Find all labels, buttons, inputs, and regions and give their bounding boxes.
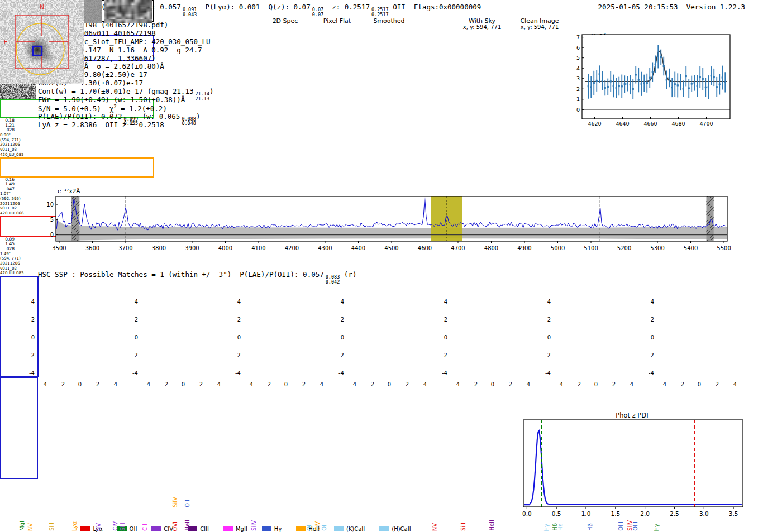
cutout-xtick: 0 xyxy=(383,381,395,387)
spec2d-row-left-label: 0.16 1.49 047 xyxy=(0,178,15,192)
cutout-ytick: 0 xyxy=(538,334,551,341)
cutout-ytick: 4 xyxy=(332,299,344,305)
spectrum-plot: 0510350036003700380039004000410042004300… xyxy=(42,155,735,267)
legend-swatch xyxy=(188,526,197,531)
withsky-coords: x, y: 594, 771 xyxy=(454,24,510,30)
svg-text:5: 5 xyxy=(576,55,580,61)
cutout-xtick: 4 xyxy=(213,381,225,387)
svg-text:0: 0 xyxy=(50,232,54,238)
col-header-pixelflat: Pixel Flat xyxy=(312,17,362,25)
cutout-ytick: 0 xyxy=(332,334,344,341)
cutout-ytick: 2 xyxy=(22,317,35,323)
cutout-xtick: 2 xyxy=(711,381,723,387)
spec2d-row-right-label: 1.49" (594, 771) 20211206 v011_02 420_LU… xyxy=(0,252,29,276)
svg-text:5400: 5400 xyxy=(684,245,698,251)
svg-text:5000: 5000 xyxy=(551,245,565,251)
photz-plot: 0.00.51.01.52.02.53.03.5 xyxy=(513,419,753,532)
legend-item: MgII xyxy=(223,526,247,532)
legend-label: MgII xyxy=(236,526,247,532)
svg-text:5: 5 xyxy=(50,217,54,223)
svg-text:5300: 5300 xyxy=(650,245,664,251)
svg-text:3800: 3800 xyxy=(152,245,166,251)
svg-text:2.5: 2.5 xyxy=(670,510,679,517)
cutout-xtick: -4 xyxy=(347,381,360,387)
cutout-xtick: -2 xyxy=(262,381,274,387)
cutout-ytick: 4 xyxy=(642,299,654,305)
svg-text:7: 7 xyxy=(576,34,580,40)
svg-text:3600: 3600 xyxy=(85,245,99,251)
svg-text:0.0: 0.0 xyxy=(522,510,532,517)
cutout-xtick: -4 xyxy=(141,381,154,387)
legend-item: CIII xyxy=(188,526,209,532)
svg-text:0.5: 0.5 xyxy=(552,510,561,517)
hsc-cutout-overlay: NE xyxy=(0,0,84,84)
spectrum-legend: LyαOIICIVCIIIMgIIHγHeII(K)CaII(H)CaII xyxy=(0,526,492,532)
cutout-xtick: 4 xyxy=(522,381,535,387)
legend-item: (K)CaII xyxy=(334,526,365,532)
legend-label: (H)CaII xyxy=(392,526,411,532)
svg-text:3.5: 3.5 xyxy=(729,510,738,517)
cutout-xtick: 0 xyxy=(693,381,705,387)
cutout-xtick: 4 xyxy=(729,381,741,387)
legend-label: HeII xyxy=(308,526,320,532)
elixer-report-page: EW: 1.1±0.3Å P(LAE)/P(OII): 0.0570.0910.… xyxy=(0,0,782,532)
svg-text:5500: 5500 xyxy=(717,245,731,251)
spec2d-row-left-label: 0.09 1.45 028 xyxy=(0,237,15,252)
svg-text:4300: 4300 xyxy=(318,245,332,251)
legend-item: OII xyxy=(117,526,137,532)
cutout-xtick: 2 xyxy=(195,381,207,387)
svg-text:4640: 4640 xyxy=(616,121,629,127)
svg-text:10: 10 xyxy=(46,202,54,208)
cutout-ytick: -4 xyxy=(435,370,447,376)
svg-text:4700: 4700 xyxy=(699,121,713,127)
spec2d-row-right-label: 0.90" (594, 771) 20211206 v011_03 420_LU… xyxy=(0,133,29,157)
cutout-xtick: -2 xyxy=(675,381,688,387)
legend-label: CIV xyxy=(164,526,173,532)
cutout-ytick: 2 xyxy=(642,317,654,323)
legend-item: Lyα xyxy=(80,526,102,532)
cutout-ytick: -2 xyxy=(435,352,447,358)
cutout-ytick: 0 xyxy=(126,334,138,341)
cutout-xtick: 2 xyxy=(298,381,310,387)
cutout-xtick: -4 xyxy=(554,381,566,387)
cutout-ytick: -2 xyxy=(126,352,138,358)
cutout-ytick: 2 xyxy=(228,317,241,323)
cutout-xtick: 0 xyxy=(280,381,292,387)
emission-line-label: SiIV xyxy=(173,497,178,507)
svg-text:4400: 4400 xyxy=(351,245,365,251)
legend-label: OII xyxy=(130,526,137,532)
col-header-2dspec: 2D Spec xyxy=(260,17,311,25)
cutout-xtick: 4 xyxy=(419,381,431,387)
clean-coords: x, y: 594, 771 xyxy=(512,24,568,30)
legend-item: Hγ xyxy=(262,526,282,532)
svg-text:4900: 4900 xyxy=(517,245,531,251)
header-datetime: 2025-01-05 20:15:53 Version 1.22.3 xyxy=(598,3,745,11)
legend-label: (K)CaII xyxy=(346,526,365,532)
emission-line-label: OII xyxy=(185,500,190,507)
svg-text:5100: 5100 xyxy=(584,245,598,251)
withsky-image-box xyxy=(0,276,39,377)
cutout-ytick: -4 xyxy=(332,370,344,376)
info-line: EWr = 1.90(±0.49) (w: 1.50(±0.38))Å xyxy=(38,95,214,104)
spec2d-row-left-label: 0.18 1.21 028 xyxy=(0,118,15,133)
cutout-xtick: 4 xyxy=(316,381,328,387)
cutout-xtick: 0 xyxy=(487,381,499,387)
legend-swatch xyxy=(262,526,271,531)
svg-text:4700: 4700 xyxy=(451,245,465,251)
hsc-matches-line: HSC-SSP : Possible Matches = 1 (within +… xyxy=(38,270,356,284)
cutout-xtick: 2 xyxy=(92,381,104,387)
cutout-xtick: 2 xyxy=(608,381,620,387)
svg-text:3900: 3900 xyxy=(185,245,199,251)
cutout-xtick: -2 xyxy=(56,381,68,387)
cutout-xtick: 2 xyxy=(401,381,413,387)
cutout-xtick: -4 xyxy=(451,381,463,387)
cutout-xtick: -2 xyxy=(572,381,584,387)
cutout-xtick: -4 xyxy=(244,381,256,387)
legend-item: HeII xyxy=(296,526,320,532)
svg-text:4800: 4800 xyxy=(484,245,498,251)
cutout-ytick: 0 xyxy=(228,334,241,341)
svg-text:6: 6 xyxy=(576,45,580,51)
cutout-ytick: -4 xyxy=(126,370,138,376)
svg-text:3500: 3500 xyxy=(52,245,66,251)
svg-text:3.0: 3.0 xyxy=(699,510,709,517)
